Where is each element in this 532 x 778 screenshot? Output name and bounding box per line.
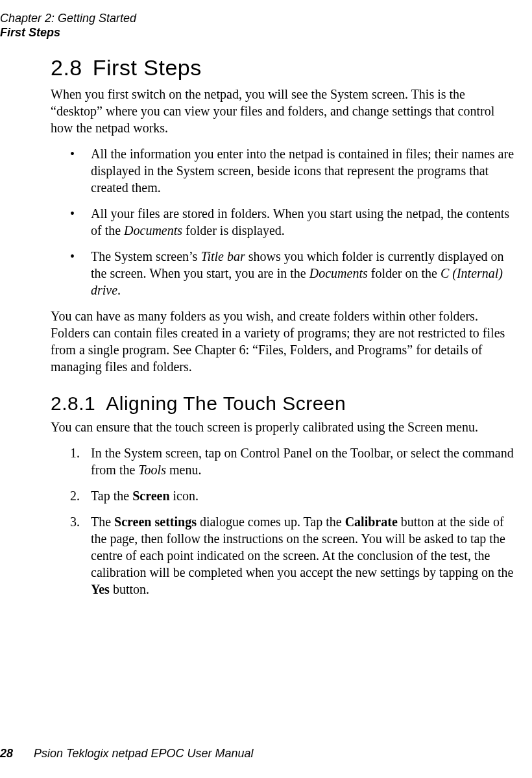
bullet-text: folder on the	[368, 266, 441, 280]
heading-2-8-1: 2.8.1Aligning The Touch Screen	[51, 391, 516, 416]
chapter-title: Chapter 2: Getting Started	[0, 12, 136, 26]
bullet-text: .	[117, 283, 121, 297]
step-text: icon.	[170, 489, 199, 503]
heading-number: 2.8.1	[51, 393, 95, 414]
italic-term: Title bar	[200, 249, 245, 263]
body-paragraph: You can have as many folders as you wish…	[51, 308, 516, 375]
intro-paragraph: When you first switch on the netpad, you…	[51, 86, 516, 136]
bullet-text: The System screen’s	[91, 249, 200, 263]
bullet-item: All the information you enter into the n…	[51, 145, 516, 196]
step-list: In the System screen, tap on Control Pan…	[51, 444, 516, 598]
step-text: dialogue comes up. Tap the	[197, 515, 345, 529]
bullet-text: folder is displayed.	[182, 223, 285, 237]
section-title: First Steps	[0, 26, 136, 40]
bold-term: Yes	[91, 582, 110, 596]
bold-term: Screen	[132, 489, 169, 503]
page-content: 2.8First Steps When you first switch on …	[51, 53, 516, 607]
bullet-item: The System screen’s Title bar shows you …	[51, 248, 516, 298]
step-text: menu.	[166, 463, 201, 477]
step-text: button.	[110, 582, 149, 596]
heading-2-8: 2.8First Steps	[51, 53, 516, 82]
heading-text: Aligning The Touch Screen	[106, 393, 346, 414]
step-text: Tap the	[91, 489, 132, 503]
manual-title: Psion Teklogix netpad EPOC User Manual	[34, 747, 254, 760]
step-text: The	[91, 515, 114, 529]
heading-text: First Steps	[93, 55, 202, 80]
bullet-text: All the information you enter into the n…	[91, 147, 514, 195]
intro-paragraph: You can ensure that the touch screen is …	[51, 419, 516, 435]
running-header: Chapter 2: Getting Started First Steps	[0, 12, 136, 40]
italic-term: Tools	[138, 463, 166, 477]
bullet-item: All your files are stored in folders. Wh…	[51, 205, 516, 239]
italic-term: Documents	[124, 223, 182, 237]
running-footer: 28Psion Teklogix netpad EPOC User Manual	[0, 746, 254, 761]
step-item: The Screen settings dialogue comes up. T…	[51, 513, 516, 598]
heading-number: 2.8	[51, 55, 82, 80]
italic-term: Documents	[309, 266, 368, 280]
bullet-list: All the information you enter into the n…	[51, 145, 516, 298]
bold-term: Screen settings	[114, 515, 197, 529]
page-number: 28	[0, 747, 13, 760]
step-item: Tap the Screen icon.	[51, 487, 516, 504]
step-item: In the System screen, tap on Control Pan…	[51, 444, 516, 478]
bold-term: Calibrate	[345, 515, 398, 529]
